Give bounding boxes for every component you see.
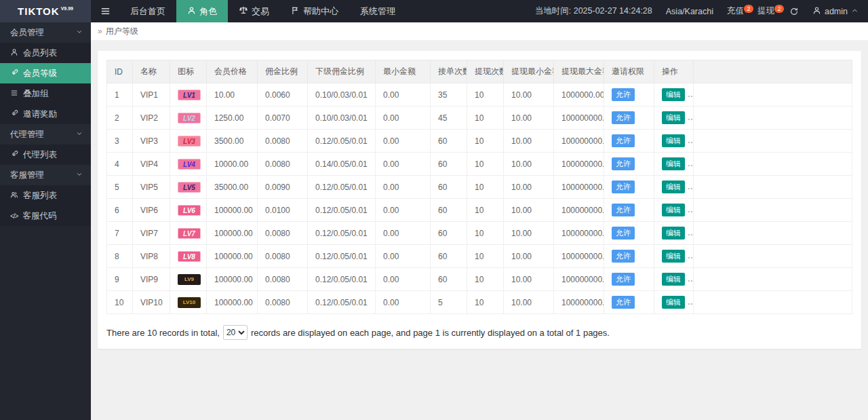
- group-label: 客服管理: [10, 170, 44, 181]
- cell-sub-commission: 0.12/0.05/0.01: [308, 199, 376, 222]
- cell-price: 3500.00: [207, 130, 258, 153]
- more-actions-ellipsis[interactable]: ...: [688, 274, 694, 284]
- edit-button[interactable]: 编辑: [662, 180, 685, 193]
- cell-invite: 允许: [604, 199, 654, 222]
- cell-filler: [694, 153, 852, 176]
- table-header-row: ID 名称 图标 会员价格 佣金比例 下级佣金比例 最小金额 接单次数 提现次数…: [107, 60, 852, 83]
- cell-price: 10.00: [207, 83, 258, 107]
- sidebar-item-member-list[interactable]: 会员列表: [0, 43, 91, 63]
- sidebar-group-service-management[interactable]: 客服管理: [0, 165, 91, 185]
- nav-item-help-center[interactable]: 帮助中心: [280, 0, 349, 22]
- cell-actions: 编辑...: [654, 107, 694, 130]
- nav-item-dashboard[interactable]: 后台首页: [119, 0, 176, 22]
- cell-actions: 编辑...: [654, 222, 694, 245]
- sidebar-item-service-code[interactable]: </> 客服代码: [0, 206, 91, 226]
- edit-button[interactable]: 编辑: [662, 273, 685, 286]
- page-title: 用户等级: [106, 26, 138, 37]
- group-label: 会员管理: [10, 27, 44, 39]
- cell-badge: LV10: [170, 291, 207, 314]
- more-actions-ellipsis[interactable]: ...: [688, 159, 694, 168]
- invite-permission-button[interactable]: 允许: [612, 273, 635, 286]
- more-actions-ellipsis[interactable]: ...: [688, 136, 694, 145]
- nav-item-transactions[interactable]: 交易: [228, 0, 280, 22]
- edit-button[interactable]: 编辑: [662, 204, 685, 216]
- invite-permission-button[interactable]: 允许: [612, 134, 635, 147]
- more-actions-ellipsis[interactable]: ...: [688, 113, 694, 122]
- more-actions-ellipsis[interactable]: ...: [688, 182, 694, 191]
- cell-actions: 编辑...: [654, 153, 694, 176]
- sidebar-group-member-management[interactable]: 会员管理: [0, 22, 91, 43]
- invite-permission-button[interactable]: 允许: [612, 250, 635, 263]
- more-actions-ellipsis[interactable]: ...: [688, 205, 694, 214]
- sidebar-group-agent-management[interactable]: 代理管理: [0, 124, 91, 145]
- invite-permission-button[interactable]: 允许: [612, 88, 635, 101]
- cell-filler: [694, 291, 852, 314]
- sidebar-item-member-level[interactable]: 会员等级: [0, 63, 91, 83]
- cell-sub-commission: 0.12/0.05/0.01: [308, 268, 376, 291]
- cell-order-count: 60: [431, 130, 467, 153]
- cell-invite: 允许: [604, 83, 654, 107]
- more-actions-ellipsis[interactable]: ...: [688, 90, 694, 99]
- sidebar-item-stack-group[interactable]: 叠加组: [0, 83, 91, 104]
- edit-button[interactable]: 编辑: [662, 157, 685, 170]
- invite-permission-button[interactable]: 允许: [612, 296, 635, 309]
- refresh-icon[interactable]: [781, 7, 807, 16]
- invite-permission-button[interactable]: 允许: [612, 157, 635, 170]
- cell-withdraw-count: 10: [467, 245, 504, 268]
- nav-item-roles[interactable]: 角色: [176, 0, 228, 22]
- sidebar-item-agent-list[interactable]: 代理列表: [0, 145, 91, 165]
- cell-commission: 0.0080: [258, 222, 308, 245]
- edit-button[interactable]: 编辑: [662, 134, 685, 147]
- more-actions-ellipsis[interactable]: ...: [688, 297, 694, 307]
- col-commission: 佣金比例: [258, 60, 308, 83]
- cell-id: 9: [107, 268, 133, 291]
- edit-button[interactable]: 编辑: [662, 227, 685, 240]
- invite-permission-button[interactable]: 允许: [612, 227, 635, 240]
- invite-permission-button[interactable]: 允许: [612, 180, 635, 193]
- link-icon: [10, 69, 18, 79]
- nav-item-system-management[interactable]: 系统管理: [349, 0, 406, 22]
- edit-button[interactable]: 编辑: [662, 111, 685, 124]
- sidebar-item-invite-reward[interactable]: 邀请奖励: [0, 104, 91, 124]
- table-row: 2 VIP2 LV2 1250.00 0.0070 0.10/0.03/0.01…: [107, 107, 852, 130]
- item-label: 邀请奖励: [23, 109, 57, 120]
- cell-min-amount: 0.00: [376, 83, 431, 107]
- cell-id: 1: [107, 83, 133, 107]
- recharge-link[interactable]: 充值 2: [720, 5, 751, 17]
- page-size-select[interactable]: 20: [223, 325, 248, 340]
- cell-price: 10000.00: [207, 153, 258, 176]
- hamburger-menu-icon[interactable]: [91, 0, 119, 22]
- cell-sub-commission: 0.14/0.05/0.01: [308, 153, 376, 176]
- cell-min-amount: 0.00: [376, 199, 431, 222]
- cell-badge: LV5: [170, 176, 207, 199]
- more-actions-ellipsis[interactable]: ...: [688, 251, 694, 261]
- table-body: 1 VIP1 LV1 10.00 0.0060 0.10/0.03/0.01 0…: [107, 83, 852, 314]
- cell-order-count: 60: [431, 268, 467, 291]
- col-icon: 图标: [170, 60, 207, 83]
- nav-label: 后台首页: [130, 5, 165, 18]
- more-actions-ellipsis[interactable]: ...: [688, 228, 694, 237]
- user-menu[interactable]: admin: [807, 6, 868, 17]
- nav-label: 帮助中心: [303, 5, 338, 18]
- invite-permission-button[interactable]: 允许: [612, 111, 635, 124]
- link-icon: [10, 109, 18, 119]
- invite-permission-button[interactable]: 允许: [612, 204, 635, 216]
- cell-order-count: 45: [431, 107, 467, 130]
- cell-sub-commission: 0.10/0.03/0.01: [308, 83, 376, 107]
- sidebar: 会员管理 会员列表 会员等级 叠加组 邀请奖励 代理管理 代理列表 客服管理: [0, 22, 91, 420]
- edit-button[interactable]: 编辑: [662, 296, 685, 309]
- withdraw-link[interactable]: 提现 2: [751, 5, 781, 17]
- cell-price: 100000.00: [207, 199, 258, 222]
- chevron-up-icon: [851, 7, 859, 16]
- edit-button[interactable]: 编辑: [662, 250, 685, 263]
- cell-name: VIP2: [133, 107, 170, 130]
- user-icon: [812, 6, 821, 17]
- sidebar-item-service-list[interactable]: 客服列表: [0, 185, 91, 206]
- cell-invite: 允许: [604, 222, 654, 245]
- table-row: 1 VIP1 LV1 10.00 0.0060 0.10/0.03/0.01 0…: [107, 83, 852, 107]
- cell-actions: 编辑...: [654, 83, 694, 107]
- cell-invite: 允许: [604, 107, 654, 130]
- edit-button[interactable]: 编辑: [662, 88, 685, 101]
- topbar-right: 当地时间: 2025-02-27 14:24:28 Asia/Karachi 充…: [528, 0, 868, 22]
- link-icon: [10, 150, 18, 160]
